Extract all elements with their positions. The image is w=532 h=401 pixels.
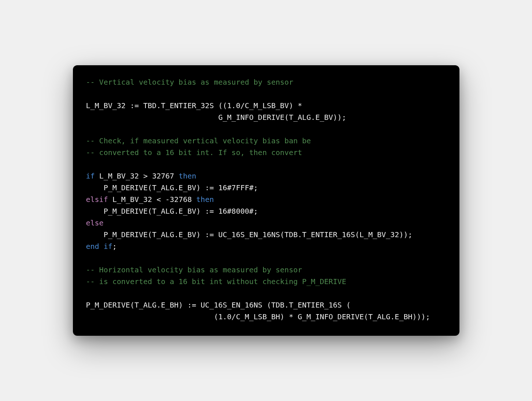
code-fragment: ; — [112, 242, 117, 251]
keyword-elsif: elsif — [86, 195, 108, 204]
keyword-then: then — [196, 195, 214, 204]
keyword-else: else — [86, 218, 104, 227]
code-line: P_M_DERIVE(T_ALG.E_BH) := UC_16S_EN_16NS… — [86, 301, 351, 309]
code-block: -- Vertical velocity bias as measured by… — [73, 65, 459, 336]
comment-line: -- Horizontal velocity bias as measured … — [86, 265, 302, 274]
code-fragment: L_M_BV_32 < -32768 — [108, 195, 196, 204]
code-line: P_M_DERIVE(T_ALG.E_BV) := 16#7FFF#; — [86, 183, 258, 192]
code-line: P_M_DERIVE(T_ALG.E_BV) := UC_16S_EN_16NS… — [86, 230, 413, 239]
comment-line: -- Check, if measured vertical velocity … — [86, 136, 311, 145]
keyword-then: then — [178, 172, 196, 180]
code-fragment: L_M_BV_32 > 32767 — [95, 172, 179, 180]
code-listing: -- Vertical velocity bias as measured by… — [86, 76, 446, 323]
comment-line: -- converted to a 16 bit int. If so, the… — [86, 148, 302, 157]
code-line: L_M_BV_32 := TBD.T_ENTIER_32S ((1.0/C_M_… — [86, 101, 302, 110]
keyword-end: end — [86, 242, 99, 251]
comment-line: -- Vertical velocity bias as measured by… — [86, 78, 293, 87]
code-line: P_M_DERIVE(T_ALG.E_BV) := 16#8000#; — [86, 207, 258, 216]
keyword-end-if: if — [104, 242, 112, 251]
code-line: G_M_INFO_DERIVE(T_ALG.E_BV)); — [86, 113, 346, 122]
keyword-if: if — [86, 172, 95, 180]
page-stage: -- Vertical velocity bias as measured by… — [0, 0, 532, 401]
comment-line: -- is converted to a 16 bit int without … — [86, 277, 346, 286]
code-line: (1.0/C_M_LSB_BH) * G_M_INFO_DERIVE(T_ALG… — [86, 312, 430, 321]
